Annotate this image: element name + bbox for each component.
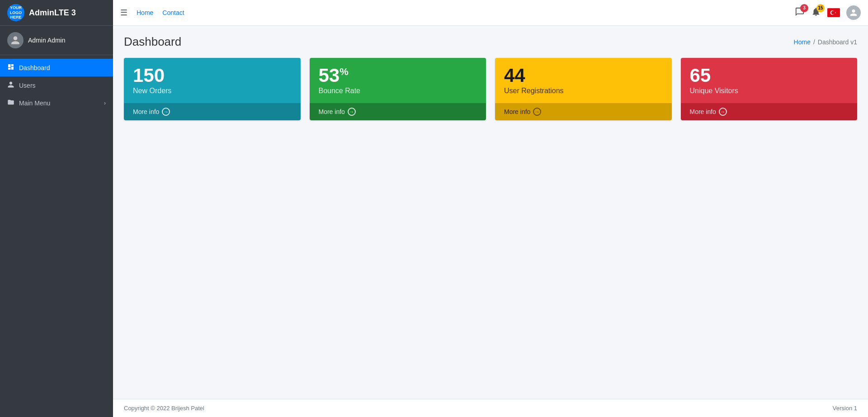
navbar-right: 3 15	[795, 5, 861, 20]
avatar	[7, 32, 24, 48]
navbar-left: ☰ Home Contact	[120, 8, 184, 18]
info-box-bounce-rate: 53% Bounce Rate More info →	[310, 58, 486, 120]
user-reg-more-info[interactable]: More info →	[495, 103, 672, 120]
main-footer: Copyright © 2022 Brijesh Patel Version 1	[113, 399, 868, 417]
sidebar-nav: Dashboard Users Main Menu ›	[0, 55, 113, 417]
info-box-new-orders: 150 New Orders More info →	[124, 58, 301, 120]
messages-button[interactable]: 3	[795, 7, 805, 19]
main-wrapper: ☰ Home Contact 3	[113, 0, 868, 417]
users-icon	[7, 81, 14, 90]
arrow-circle-icon-4: →	[719, 108, 727, 116]
info-box-unique-visitors: 65 Unique Visitors More info →	[681, 58, 858, 120]
breadcrumb-current: Dashboard v1	[818, 38, 857, 46]
sidebar-item-dashboard[interactable]: Dashboard	[0, 59, 113, 76]
page-title: Dashboard	[124, 35, 181, 49]
nav-link-contact[interactable]: Contact	[162, 9, 184, 16]
info-boxes: 150 New Orders More info →	[124, 58, 857, 120]
unique-visitors-more-info[interactable]: More info →	[681, 103, 858, 120]
unique-visitors-number: 65	[690, 66, 738, 85]
arrow-circle-icon-2: →	[348, 108, 356, 116]
footer-copyright: Copyright © 2022 Brijesh Patel	[124, 405, 204, 412]
chevron-right-icon: ›	[104, 100, 106, 106]
new-orders-more-info[interactable]: More info →	[124, 103, 301, 120]
language-flag[interactable]	[827, 8, 840, 17]
bounce-rate-number: 53%	[319, 66, 361, 85]
arrow-circle-icon: →	[162, 108, 170, 116]
new-orders-number: 150	[133, 66, 171, 85]
notifications-badge: 15	[816, 4, 825, 12]
breadcrumb: Home / Dashboard v1	[794, 38, 857, 46]
sidebar-item-main-menu[interactable]: Main Menu ›	[0, 94, 113, 112]
sidebar-item-label-users: Users	[19, 82, 36, 89]
toggle-sidebar-button[interactable]: ☰	[120, 8, 127, 18]
brand-name: AdminLTE 3	[29, 8, 76, 18]
breadcrumb-separator: /	[813, 38, 815, 46]
nav-link-home[interactable]: Home	[137, 9, 153, 16]
user-name: Admin Admin	[28, 37, 65, 44]
user-menu-button[interactable]	[846, 5, 861, 20]
sidebar-user: Admin Admin	[0, 26, 113, 55]
bounce-rate-more-info[interactable]: More info →	[310, 103, 486, 120]
folder-icon	[7, 99, 14, 107]
svg-point-2	[831, 11, 835, 14]
arrow-circle-icon-3: →	[533, 108, 541, 116]
content-header: Dashboard Home / Dashboard v1	[124, 35, 857, 49]
sidebar-item-users[interactable]: Users	[0, 76, 113, 94]
content-wrapper: Dashboard Home / Dashboard v1 150 New Or…	[113, 26, 868, 399]
info-box-user-registrations: 44 User Registrations More info →	[495, 58, 672, 120]
notifications-button[interactable]: 15	[811, 7, 821, 19]
brand-logo: YOUR LOGO HERE	[7, 4, 24, 21]
user-reg-label: User Registrations	[504, 87, 564, 95]
dashboard-icon	[7, 63, 14, 72]
bounce-rate-label: Bounce Rate	[319, 87, 361, 95]
user-reg-number: 44	[504, 66, 564, 85]
footer-version: Version 1	[833, 405, 857, 412]
sidebar-brand: YOUR LOGO HERE AdminLTE 3	[0, 0, 113, 26]
sidebar-item-label-dashboard: Dashboard	[19, 64, 50, 71]
sidebar-item-label-main-menu: Main Menu	[19, 100, 50, 107]
breadcrumb-home[interactable]: Home	[794, 38, 811, 46]
sidebar: YOUR LOGO HERE AdminLTE 3 Admin Admin Da…	[0, 0, 113, 417]
new-orders-label: New Orders	[133, 87, 171, 95]
top-navbar: ☰ Home Contact 3	[113, 0, 868, 26]
unique-visitors-label: Unique Visitors	[690, 87, 738, 95]
messages-badge: 3	[800, 4, 808, 12]
